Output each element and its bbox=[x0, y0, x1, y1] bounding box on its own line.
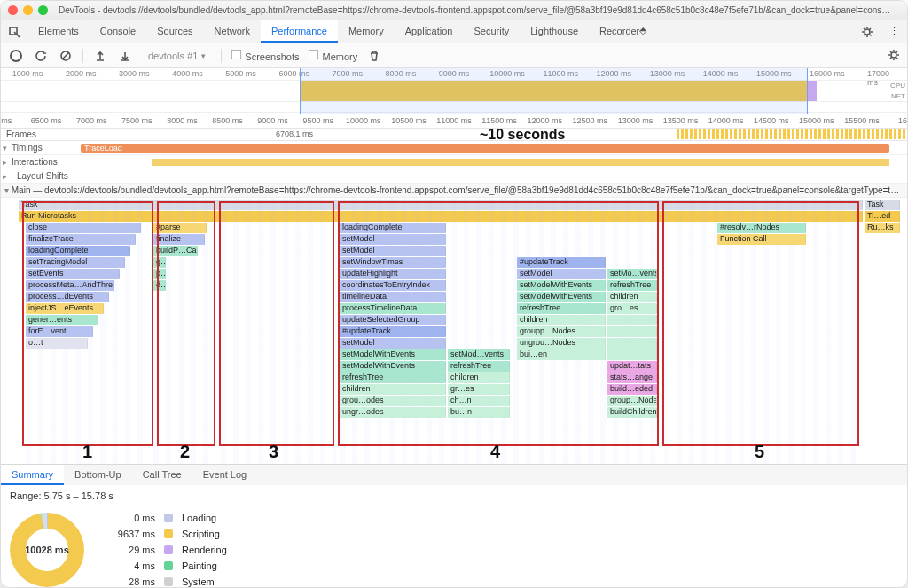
flame-frame[interactable]: gr…es bbox=[448, 384, 510, 395]
tab-recorder[interactable]: Recorder ⬘ bbox=[589, 20, 657, 43]
tab-summary[interactable]: Summary bbox=[1, 465, 64, 485]
flame-frame[interactable]: injectJS…eEvents bbox=[26, 303, 104, 314]
flame-frame[interactable]: setModelWithEvents bbox=[517, 280, 606, 291]
tab-memory[interactable]: Memory bbox=[338, 20, 395, 43]
flame-frame[interactable]: updateSelectedGroup bbox=[340, 315, 446, 325]
flame-chart[interactable]: Task Run Microtasks closefinalizeTracelo… bbox=[1, 198, 907, 464]
tab-network[interactable]: Network bbox=[204, 20, 261, 43]
flame-frame[interactable]: setModel bbox=[340, 246, 446, 256]
flame-frame[interactable]: refreshTree bbox=[517, 303, 606, 314]
flame-ruler[interactable]: 00 ms6500 ms7000 ms7500 ms8000 ms8500 ms… bbox=[1, 114, 907, 129]
flame-frame[interactable]: ungrou…Nodes bbox=[517, 338, 606, 349]
flame-frame[interactable]: setModelWithEvents bbox=[340, 349, 446, 360]
flame-frame[interactable]: setModelWithEvents bbox=[517, 292, 606, 302]
flame-frame[interactable]: #parse bbox=[153, 223, 207, 233]
flame-frame[interactable]: setModel bbox=[340, 338, 446, 349]
flame-frame[interactable]: Function Call bbox=[717, 234, 806, 245]
flame-frame[interactable]: o…t bbox=[26, 338, 88, 349]
maximize-icon[interactable] bbox=[38, 5, 48, 15]
flame-frame[interactable]: children bbox=[607, 292, 657, 302]
window-controls[interactable] bbox=[8, 5, 48, 15]
flame-frame[interactable]: group…Nodes bbox=[607, 396, 657, 406]
flame-frame[interactable]: ch…n bbox=[448, 396, 510, 406]
flame-frame[interactable]: build…eded bbox=[607, 384, 657, 395]
flame-frame[interactable]: buildP…Calls bbox=[153, 246, 198, 256]
flame-frame[interactable]: setEvents bbox=[26, 269, 120, 279]
flame-frame[interactable]: #resolv…rNodes bbox=[717, 223, 806, 233]
flame-frame[interactable]: updat…tats bbox=[607, 361, 657, 372]
flame-frame[interactable]: setMod…vents bbox=[448, 349, 510, 360]
tab-bottom-up[interactable]: Bottom-Up bbox=[64, 465, 132, 485]
tab-event-log[interactable]: Event Log bbox=[192, 465, 258, 485]
overview-timeline[interactable]: 1000 ms2000 ms3000 ms4000 ms5000 ms6000 … bbox=[1, 68, 907, 114]
interactions-track[interactable]: Interactions bbox=[1, 155, 907, 169]
minimize-icon[interactable] bbox=[23, 5, 33, 15]
panel-settings-icon[interactable] bbox=[888, 49, 900, 63]
tab-security[interactable]: Security bbox=[463, 20, 520, 43]
tab-lighthouse[interactable]: Lighthouse bbox=[520, 20, 589, 43]
kebab-icon[interactable]: ⋮ bbox=[881, 20, 907, 43]
flame-frame[interactable]: setTracingModel bbox=[26, 257, 125, 268]
flame-frame[interactable]: Ru…ks bbox=[865, 223, 900, 233]
close-icon[interactable] bbox=[8, 5, 18, 15]
trash-icon[interactable] bbox=[366, 48, 382, 64]
memory-checkbox[interactable]: Memory bbox=[308, 49, 357, 62]
upload-icon[interactable] bbox=[92, 48, 108, 64]
flame-frame[interactable]: finalize bbox=[153, 234, 205, 245]
timing-traceload[interactable]: TraceLoad bbox=[81, 144, 889, 153]
flame-frame[interactable]: children bbox=[340, 384, 446, 395]
flame-frame[interactable]: coordinatesToEntryIndex bbox=[340, 280, 446, 291]
overview-selection[interactable] bbox=[300, 68, 807, 114]
flame-frame[interactable]: #updateTrack bbox=[517, 257, 606, 268]
flame-frame[interactable]: Task bbox=[865, 200, 900, 210]
flame-frame[interactable]: Ti…ed bbox=[865, 211, 900, 222]
flame-frame[interactable]: setMo…vents bbox=[607, 269, 657, 279]
flame-frame[interactable]: close bbox=[26, 223, 141, 233]
flame-frame[interactable]: gener…ents bbox=[26, 315, 98, 325]
flame-frame[interactable]: stats…ange bbox=[607, 372, 657, 383]
interaction-bar[interactable] bbox=[152, 159, 889, 166]
flame-frame[interactable]: setModel bbox=[517, 269, 606, 279]
tab-performance[interactable]: Performance bbox=[261, 20, 338, 43]
flame-frame[interactable]: d… bbox=[153, 280, 166, 291]
download-icon[interactable] bbox=[117, 48, 133, 64]
flame-frame[interactable]: gro…es bbox=[607, 303, 657, 314]
tab-console[interactable]: Console bbox=[90, 20, 146, 43]
inspect-element-icon[interactable] bbox=[1, 20, 27, 43]
flame-frame[interactable]: processMeta…AndThreads bbox=[26, 280, 114, 291]
screenshots-checkbox[interactable]: Screenshots bbox=[231, 49, 299, 62]
flame-frame[interactable]: refreshTree bbox=[340, 372, 446, 383]
flame-frame[interactable]: forE…vent bbox=[26, 326, 93, 337]
flame-frame[interactable]: bui…en bbox=[517, 349, 606, 360]
flame-frame[interactable]: #updateTrack bbox=[340, 326, 446, 337]
tab-call-tree[interactable]: Call Tree bbox=[132, 465, 192, 485]
main-thread-header[interactable]: Main — devtools://devtools/bundled/devto… bbox=[1, 184, 907, 198]
flame-frame[interactable] bbox=[607, 338, 657, 349]
flame-frame[interactable]: timelineData bbox=[340, 292, 446, 302]
flame-frame[interactable]: buildChildren bbox=[607, 407, 657, 418]
flame-frame[interactable]: setWindowTimes bbox=[340, 257, 446, 268]
flame-frame[interactable]: groupp…Nodes bbox=[517, 326, 606, 337]
flame-frame[interactable]: process…dEvents bbox=[26, 292, 109, 302]
flame-frame[interactable]: finalizeTrace bbox=[26, 234, 136, 245]
flame-frame[interactable]: refreshTree bbox=[448, 361, 510, 372]
flame-frame[interactable]: loadingComplete bbox=[26, 246, 130, 256]
flame-frame[interactable]: p… bbox=[153, 269, 166, 279]
flame-frame[interactable]: setModelWithEvents bbox=[340, 361, 446, 372]
profile-selector[interactable]: devtools #1 bbox=[142, 48, 212, 64]
flame-frame[interactable]: refreshTree bbox=[607, 280, 657, 291]
flame-frame[interactable] bbox=[607, 326, 657, 337]
timings-track[interactable]: Timings TraceLoad bbox=[1, 141, 907, 155]
flame-frame[interactable]: g… bbox=[153, 257, 166, 268]
layout-shifts-track[interactable]: Layout Shifts bbox=[1, 169, 907, 184]
tab-elements[interactable]: Elements bbox=[27, 20, 90, 43]
record-button[interactable] bbox=[8, 48, 24, 64]
flame-frame[interactable]: processTimelineData bbox=[340, 303, 446, 314]
flame-frame[interactable]: bu…n bbox=[448, 407, 510, 418]
flame-frame[interactable] bbox=[607, 315, 657, 325]
flame-frame[interactable]: setModel bbox=[340, 234, 446, 245]
flame-frame[interactable]: grou…odes bbox=[340, 396, 446, 406]
tab-application[interactable]: Application bbox=[395, 20, 464, 43]
flame-frame[interactable]: children bbox=[448, 372, 510, 383]
flame-frame[interactable] bbox=[607, 349, 657, 360]
